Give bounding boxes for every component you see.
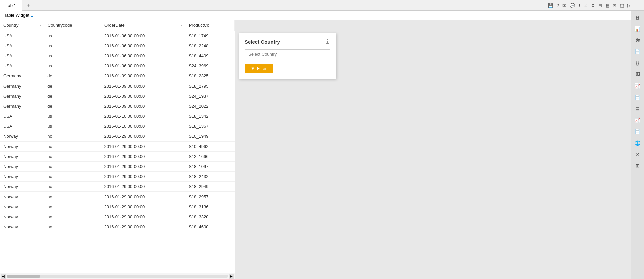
- col-country-menu[interactable]: ⋮: [38, 23, 43, 28]
- cell-date: 2016-01-29 00:00:00: [101, 172, 185, 182]
- sidebar-icon-close[interactable]: ✕: [632, 149, 644, 160]
- table-area: Country ⋮ Countrycode ⋮ OrderDate ⋮: [0, 20, 631, 279]
- cell-date: 2016-01-09 00:00:00: [101, 91, 185, 101]
- comment-icon[interactable]: 💬: [570, 3, 575, 8]
- sidebar-icon-file[interactable]: 📄: [632, 92, 644, 103]
- sidebar-icon-graph[interactable]: 📈: [632, 115, 644, 125]
- cell-product: S18_3320: [185, 212, 234, 222]
- cell-code: us: [44, 111, 101, 121]
- cell-product: S10_1949: [185, 131, 234, 142]
- col-country: Country ⋮: [0, 20, 44, 31]
- sidebar-icon-image[interactable]: 🖼: [632, 69, 644, 80]
- table-row: Norway no 2016-01-29 00:00:00 S18_3136: [0, 202, 235, 212]
- gear-icon[interactable]: ⚙: [591, 3, 595, 8]
- col-orderdate-label: OrderDate: [104, 23, 125, 28]
- sidebar-icon-page[interactable]: 📄: [632, 126, 644, 137]
- funnel-icon[interactable]: ⊿: [584, 3, 588, 8]
- tab-bar: Tab 1 + 💾 ? ✉ 💬 ⫶ ⊿ ⚙ ⊞ ▦ ⊡ ⬚ ▷: [0, 0, 644, 11]
- cell-code: no: [44, 162, 101, 172]
- table-row: Norway no 2016-01-29 00:00:00 S10_1949: [0, 131, 235, 142]
- cell-country: USA: [0, 61, 44, 71]
- cell-country: Norway: [0, 152, 44, 162]
- table-row: Germany de 2016-01-09 00:00:00 S24_2022: [0, 101, 235, 111]
- table-row: Norway no 2016-01-29 00:00:00 S18_2949: [0, 182, 235, 192]
- scroll-right-button[interactable]: ▶: [229, 274, 234, 279]
- sidebar-icon-grid[interactable]: ⊞: [632, 160, 644, 171]
- cell-code: no: [44, 172, 101, 182]
- cell-country: Norway: [0, 212, 44, 222]
- save-icon[interactable]: 💾: [548, 3, 553, 8]
- sidebar-icon-chart-bar[interactable]: 📊: [632, 23, 644, 34]
- widget-title: Table Widget: [4, 13, 29, 18]
- scroll-left-button[interactable]: ◀: [1, 274, 6, 279]
- cell-product: S24_2022: [185, 101, 234, 111]
- filter-popup-title: Select Country: [245, 39, 280, 45]
- cell-product: S24_3969: [185, 61, 234, 71]
- chart-icon[interactable]: ⊡: [613, 3, 616, 8]
- col-orderdate-menu[interactable]: ⋮: [179, 23, 184, 28]
- table-row: USA us 2016-01-06 00:00:00 S18_4409: [0, 51, 235, 61]
- table-row: Germany de 2016-01-09 00:00:00 S24_1937: [0, 91, 235, 101]
- cell-date: 2016-01-06 00:00:00: [101, 41, 185, 51]
- table-row: Germany de 2016-01-09 00:00:00 S18_2795: [0, 81, 235, 91]
- col-orderdate: OrderDate ⋮: [101, 20, 185, 31]
- sidebar-icon-list[interactable]: ▤: [632, 103, 644, 114]
- cell-product: S18_2432: [185, 172, 234, 182]
- cell-date: 2016-01-06 00:00:00: [101, 61, 185, 71]
- table-row: USA us 2016-01-06 00:00:00 S18_2248: [0, 41, 235, 51]
- sidebar-icon-braces[interactable]: {}: [632, 58, 644, 68]
- cell-country: Germany: [0, 101, 44, 111]
- cell-date: 2016-01-29 00:00:00: [101, 182, 185, 192]
- table-icon[interactable]: ▦: [605, 3, 609, 8]
- sidebar-icon-table[interactable]: ▦: [632, 12, 644, 23]
- add-tab-button[interactable]: +: [23, 1, 33, 10]
- filter-country-input[interactable]: [245, 49, 330, 59]
- layout-icon[interactable]: ⬚: [620, 3, 624, 8]
- col-productco-label: ProductCo: [189, 23, 209, 28]
- sidebar-icon-linechart[interactable]: 📈: [632, 80, 644, 91]
- scroll-thumb[interactable]: [7, 275, 40, 278]
- sidebar-icon-globe[interactable]: 🌐: [632, 137, 644, 148]
- grid-icon[interactable]: ⊞: [598, 3, 602, 8]
- cell-country: Norway: [0, 222, 44, 232]
- sidebar-icon-doc[interactable]: 📄: [632, 46, 644, 57]
- help-icon[interactable]: ?: [557, 3, 559, 8]
- table-row: Germany de 2016-01-09 00:00:00 S18_2325: [0, 71, 235, 81]
- sidebar-icon-map[interactable]: 🗺: [632, 35, 644, 46]
- table-row: Norway no 2016-01-29 00:00:00 S18_2957: [0, 192, 235, 202]
- filter-close-icon[interactable]: 🗑: [325, 39, 330, 45]
- cell-code: de: [44, 71, 101, 81]
- cell-country: Norway: [0, 182, 44, 192]
- table-container[interactable]: Country ⋮ Countrycode ⋮ OrderDate ⋮: [0, 20, 235, 273]
- cell-product: S10_4962: [185, 142, 234, 152]
- table-body: USA us 2016-01-06 00:00:00 S18_1749 USA …: [0, 31, 235, 232]
- cell-code: no: [44, 131, 101, 142]
- cell-date: 2016-01-29 00:00:00: [101, 202, 185, 212]
- cell-country: Norway: [0, 162, 44, 172]
- cell-code: us: [44, 61, 101, 71]
- col-countrycode: Countrycode ⋮: [44, 20, 101, 31]
- tab-1[interactable]: Tab 1: [0, 0, 22, 11]
- table-row: Norway no 2016-01-29 00:00:00 S10_4962: [0, 142, 235, 152]
- filter-icon[interactable]: ⫶: [578, 3, 581, 8]
- cell-product: S18_1342: [185, 111, 234, 121]
- cell-country: Germany: [0, 91, 44, 101]
- play-icon[interactable]: ▷: [627, 3, 631, 8]
- cell-code: us: [44, 51, 101, 61]
- mail-icon[interactable]: ✉: [562, 3, 566, 8]
- col-countrycode-menu[interactable]: ⋮: [95, 23, 99, 28]
- cell-country: USA: [0, 41, 44, 51]
- cell-product: S18_2248: [185, 41, 234, 51]
- cell-product: S18_2957: [185, 192, 234, 202]
- filter-button[interactable]: ▼ Filter: [245, 64, 273, 73]
- table-row: Norway no 2016-01-29 00:00:00 S12_1666: [0, 152, 235, 162]
- cell-code: no: [44, 202, 101, 212]
- filter-popup: Select Country 🗑 ▼ Filter: [239, 33, 336, 79]
- cell-country: Norway: [0, 131, 44, 142]
- cell-date: 2016-01-29 00:00:00: [101, 142, 185, 152]
- horizontal-scrollbar[interactable]: ◀ ▶: [0, 273, 235, 279]
- scroll-track[interactable]: [7, 275, 228, 278]
- cell-country: USA: [0, 111, 44, 121]
- table-row: USA us 2016-01-06 00:00:00 S24_3969: [0, 61, 235, 71]
- cell-country: Germany: [0, 81, 44, 91]
